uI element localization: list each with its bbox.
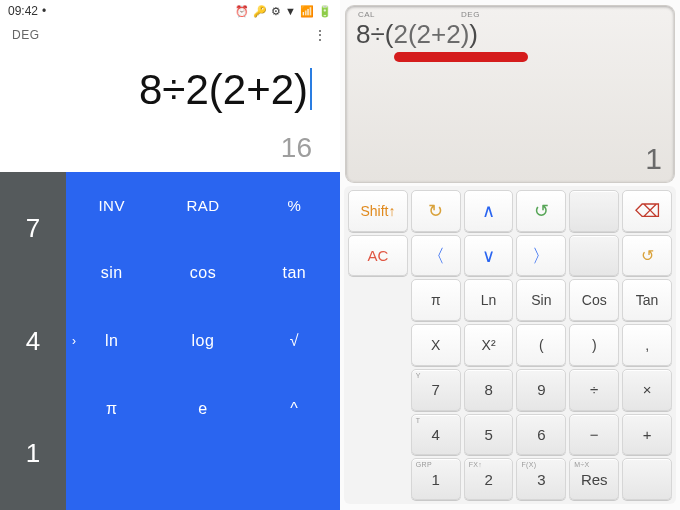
undo-button-label: ↻: [428, 200, 443, 222]
tan-button[interactable]: tan: [249, 240, 340, 308]
backspace-button-label: ⌫: [635, 200, 660, 222]
redo-button-label: ↺: [534, 200, 549, 222]
digit-9-button[interactable]: 9: [516, 369, 566, 411]
tan-button-label: Tan: [636, 292, 659, 308]
shift-button[interactable]: Shift↑: [348, 190, 408, 232]
angle-mode-indicator[interactable]: DEG: [12, 28, 40, 42]
ln-button-label: Ln: [481, 292, 497, 308]
result-display: 1: [645, 142, 662, 176]
toolbar: DEG ⋮: [0, 22, 340, 48]
underline-annotation: [394, 52, 528, 62]
x-var-button[interactable]: X: [411, 324, 461, 366]
digit-4-button-label: 4: [432, 426, 440, 443]
backspace-button[interactable]: ⌫: [622, 190, 672, 232]
close-paren-button[interactable]: ): [569, 324, 619, 366]
blank-button-2: [569, 235, 619, 277]
x-var-button-label: X: [431, 337, 440, 353]
ln-button[interactable]: ln: [66, 307, 157, 375]
digit-4-button-small-label: T: [416, 417, 421, 424]
nav-right-button[interactable]: 〉: [516, 235, 566, 277]
divide-button[interactable]: ÷: [569, 369, 619, 411]
display-tags: CAL DEG: [356, 10, 664, 19]
expression-display: 8÷(2(2+2)): [356, 19, 664, 50]
digit-2-button-small-label: FX↑: [469, 461, 482, 468]
comma-button-label: ,: [645, 337, 649, 353]
display-panel: CAL DEG 8÷(2(2+2)) 1: [346, 6, 674, 182]
digit-8-button-label: 8: [484, 381, 492, 398]
sin-button[interactable]: sin: [66, 240, 157, 308]
digit-1-button[interactable]: GRP1: [411, 458, 461, 500]
digit-5-button[interactable]: 5: [464, 414, 514, 456]
wifi-icon: ▼: [285, 5, 296, 17]
digit-3-button-small-label: F(X): [521, 461, 536, 468]
deg-tag: DEG: [461, 10, 480, 19]
status-bar: 09:42 • ⏰ 🔑 ⚙ ▼ 📶 🔋: [0, 0, 340, 22]
nav-left-button[interactable]: 〈: [411, 235, 461, 277]
res-button-small-label: M÷X: [574, 461, 589, 468]
minus-button[interactable]: −: [569, 414, 619, 456]
log-button[interactable]: log: [157, 307, 248, 375]
redo-button[interactable]: ↺: [516, 190, 566, 232]
digit-2-button[interactable]: FX↑2: [464, 458, 514, 500]
cos-button[interactable]: cos: [157, 240, 248, 308]
ln-button[interactable]: Ln: [464, 279, 514, 321]
digit-7-button[interactable]: 7: [0, 172, 66, 285]
fn-blank-1: [66, 442, 157, 510]
digit-8-button[interactable]: 8: [464, 369, 514, 411]
power-button[interactable]: ^: [249, 375, 340, 443]
percent-button[interactable]: %: [249, 172, 340, 240]
pi-button[interactable]: π: [411, 279, 461, 321]
overflow-menu-icon[interactable]: ⋮: [312, 28, 328, 42]
digit-9-button-label: 9: [537, 381, 545, 398]
close-paren-button-label: ): [592, 337, 597, 353]
cal-tag: CAL: [358, 10, 375, 19]
secondary-calculator: CAL DEG 8÷(2(2+2)) 1 Shift↑↻∧↺⌫AC〈∨〉↺πLn…: [340, 0, 680, 510]
tan-button[interactable]: Tan: [622, 279, 672, 321]
digit-7-button-label: 7: [432, 381, 440, 398]
fn-blank-2: [157, 442, 248, 510]
undo-button[interactable]: ↻: [411, 190, 461, 232]
result-display: 16: [0, 114, 340, 172]
key-icon: 🔑: [253, 5, 267, 18]
res-button-label: Res: [581, 471, 608, 488]
inv-button[interactable]: INV: [66, 172, 157, 240]
digit-1-button[interactable]: 1: [0, 397, 66, 510]
rad-button[interactable]: RAD: [157, 172, 248, 240]
expression-display: 8÷2(2+2): [0, 48, 340, 114]
sqrt-button[interactable]: √: [249, 307, 340, 375]
x-squared-button[interactable]: X²: [464, 324, 514, 366]
sin-button[interactable]: Sin: [516, 279, 566, 321]
cursor-icon: [310, 68, 312, 110]
history-button[interactable]: ↺: [622, 235, 672, 277]
digit-6-button[interactable]: 6: [516, 414, 566, 456]
settings-status-icon: ⚙: [271, 5, 281, 18]
pi-button-label: π: [431, 292, 441, 308]
plus-button[interactable]: +: [622, 414, 672, 456]
e-button[interactable]: e: [157, 375, 248, 443]
cos-button[interactable]: Cos: [569, 279, 619, 321]
all-clear-button[interactable]: AC: [348, 235, 408, 277]
multiply-button[interactable]: ×: [622, 369, 672, 411]
digit-7-button-small-label: Y: [416, 372, 421, 379]
comma-button[interactable]: ,: [622, 324, 672, 366]
pi-button[interactable]: π: [66, 375, 157, 443]
digit-4-button[interactable]: 4: [0, 285, 66, 398]
digit-7-button[interactable]: Y7: [411, 369, 461, 411]
digit-4-button[interactable]: T4: [411, 414, 461, 456]
digit-1-button-label: 1: [432, 471, 440, 488]
signal-icon: 📶: [300, 5, 314, 18]
plus-button-label: +: [643, 426, 652, 443]
res-button[interactable]: M÷XRes: [569, 458, 619, 500]
digit-3-button[interactable]: F(X)3: [516, 458, 566, 500]
cos-button-label: Cos: [582, 292, 607, 308]
open-paren-button[interactable]: (: [516, 324, 566, 366]
digit-2-button-label: 2: [484, 471, 492, 488]
fn-blank-3: [249, 442, 340, 510]
x-squared-button-label: X²: [482, 337, 496, 353]
nav-up-button[interactable]: ∧: [464, 190, 514, 232]
shift-button-label: Shift↑: [360, 203, 395, 219]
nav-down-button[interactable]: ∨: [464, 235, 514, 277]
status-time: 09:42: [8, 4, 38, 18]
android-calculator: 09:42 • ⏰ 🔑 ⚙ ▼ 📶 🔋 DEG ⋮ 8÷2(2+2) 16 7 …: [0, 0, 340, 510]
nav-down-button-label: ∨: [482, 245, 495, 267]
